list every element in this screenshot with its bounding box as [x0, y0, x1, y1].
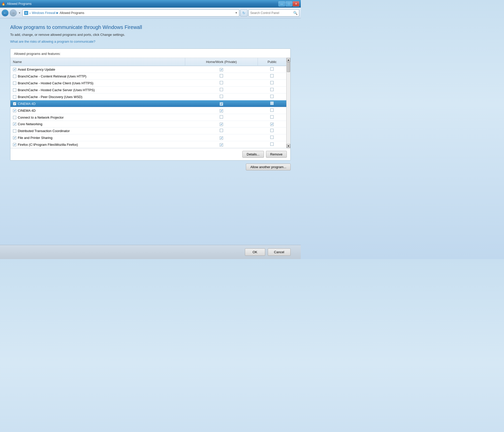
close-button[interactable]: ✕ [293, 1, 299, 6]
table-row[interactable]: Core Networking [10, 121, 286, 127]
program-public-cell[interactable] [258, 114, 286, 121]
home-checkbox[interactable] [220, 109, 223, 113]
table-row[interactable]: Connect to a Network Projector [10, 114, 286, 121]
search-input[interactable] [250, 11, 293, 15]
public-checkbox[interactable] [270, 88, 274, 91]
table-row[interactable]: Avast Emergency Update [10, 66, 286, 73]
program-checkbox[interactable] [13, 129, 16, 133]
program-home-cell[interactable] [185, 80, 258, 87]
table-row[interactable]: BranchCache - Hosted Cache Client (Uses … [10, 80, 286, 87]
program-home-cell[interactable] [185, 100, 258, 107]
dropdown-arrow-button[interactable]: ▼ [18, 9, 21, 17]
ok-button[interactable]: OK [245, 248, 265, 256]
program-public-cell[interactable] [258, 134, 286, 141]
scroll-down-arrow[interactable]: ▼ [287, 144, 290, 148]
program-checkbox[interactable] [13, 102, 16, 105]
public-checkbox[interactable] [270, 108, 274, 112]
table-row[interactable]: CINEMA 4D [10, 100, 286, 107]
breadcrumb-link[interactable]: Windows Firewall [32, 11, 55, 15]
program-checkbox[interactable] [13, 122, 16, 126]
program-home-cell[interactable] [185, 114, 258, 121]
table-row[interactable]: File and Printer Sharing [10, 134, 286, 141]
table-row[interactable]: Distributed Transaction Coordinator [10, 127, 286, 134]
home-checkbox[interactable] [220, 123, 223, 126]
public-checkbox[interactable] [270, 123, 274, 126]
home-checkbox[interactable] [220, 143, 223, 147]
home-checkbox[interactable] [220, 129, 223, 132]
home-checkbox[interactable] [220, 68, 223, 71]
breadcrumb-current: Allowed Programs [59, 11, 84, 15]
program-checkbox[interactable] [13, 88, 16, 92]
table-row[interactable]: BranchCache - Hosted Cache Server (Uses … [10, 87, 286, 93]
home-checkbox[interactable] [220, 81, 223, 84]
refresh-button[interactable]: ↻ [240, 9, 247, 17]
scrollbar[interactable]: ▲ ▼ [286, 58, 290, 148]
program-public-cell[interactable] [258, 66, 286, 73]
program-home-cell[interactable] [185, 87, 258, 93]
public-checkbox[interactable] [270, 142, 274, 146]
public-checkbox[interactable] [270, 67, 274, 71]
program-home-cell[interactable] [185, 121, 258, 127]
scroll-up-arrow[interactable]: ▲ [287, 58, 290, 62]
program-checkbox[interactable] [13, 136, 16, 139]
table-row[interactable]: CINEMA 4D [10, 107, 286, 114]
allowed-programs-header: Allowed programs and features: [10, 49, 290, 58]
home-checkbox[interactable] [220, 102, 223, 106]
home-checkbox[interactable] [220, 88, 223, 91]
program-public-cell[interactable] [258, 121, 286, 127]
program-home-cell[interactable] [185, 134, 258, 141]
program-home-cell[interactable] [185, 73, 258, 80]
cancel-button[interactable]: Cancel [268, 248, 291, 256]
public-checkbox[interactable] [270, 95, 274, 98]
home-checkbox[interactable] [220, 136, 223, 140]
program-public-cell[interactable] [258, 107, 286, 114]
scroll-thumb[interactable] [287, 62, 290, 72]
program-checkbox[interactable] [13, 82, 16, 85]
program-public-cell[interactable] [258, 141, 286, 148]
public-checkbox[interactable] [270, 129, 274, 132]
program-home-cell[interactable] [185, 107, 258, 114]
program-checkbox[interactable] [13, 143, 16, 146]
program-home-cell[interactable] [185, 66, 258, 73]
column-home-work[interactable]: Home/Work (Private) [185, 58, 258, 66]
search-bar[interactable]: 🔍 [248, 9, 299, 17]
home-checkbox[interactable] [220, 95, 223, 98]
home-checkbox[interactable] [220, 74, 223, 77]
table-row[interactable]: Firefox (C:\Program Files\Mozilla Firefo… [10, 141, 286, 148]
home-checkbox[interactable] [220, 115, 223, 119]
public-checkbox[interactable] [270, 81, 274, 84]
minimize-button[interactable]: — [278, 1, 285, 6]
program-checkbox[interactable] [13, 75, 16, 78]
program-public-cell[interactable] [258, 73, 286, 80]
program-checkbox[interactable] [13, 116, 16, 119]
program-public-cell[interactable] [258, 127, 286, 134]
maximize-button[interactable]: □ [286, 1, 292, 6]
public-checkbox[interactable] [270, 74, 274, 77]
table-row[interactable]: BranchCache - Content Retrieval (Uses HT… [10, 73, 286, 80]
scroll-track[interactable] [287, 62, 290, 144]
program-public-cell[interactable] [258, 87, 286, 93]
remove-button[interactable]: Remove [266, 151, 287, 158]
public-checkbox[interactable] [270, 115, 274, 119]
program-home-cell[interactable] [185, 93, 258, 100]
program-checkbox[interactable] [13, 109, 16, 112]
public-checkbox[interactable] [270, 136, 274, 139]
program-home-cell[interactable] [185, 141, 258, 148]
info-link[interactable]: What are the risks of allowing a program… [10, 40, 95, 43]
program-public-cell[interactable] [258, 80, 286, 87]
program-home-cell[interactable] [185, 127, 258, 134]
column-name[interactable]: Name [10, 58, 185, 66]
back-button[interactable]: ← [2, 9, 9, 17]
table-row[interactable]: BranchCache - Peer Discovery (Uses WSD) [10, 93, 286, 100]
program-checkbox[interactable] [13, 95, 16, 99]
program-public-cell[interactable] [258, 93, 286, 100]
program-name-cell: File and Printer Sharing [10, 134, 185, 141]
public-checkbox[interactable] [270, 102, 274, 105]
program-public-cell[interactable] [258, 100, 286, 107]
forward-button[interactable]: → [10, 9, 17, 17]
column-public[interactable]: Public [258, 58, 286, 66]
program-checkbox[interactable] [13, 68, 16, 71]
breadcrumb-dropdown-arrow[interactable]: ▼ [235, 11, 238, 14]
allow-another-button[interactable]: Allow another program... [246, 164, 291, 170]
details-button[interactable]: Details... [242, 151, 264, 158]
